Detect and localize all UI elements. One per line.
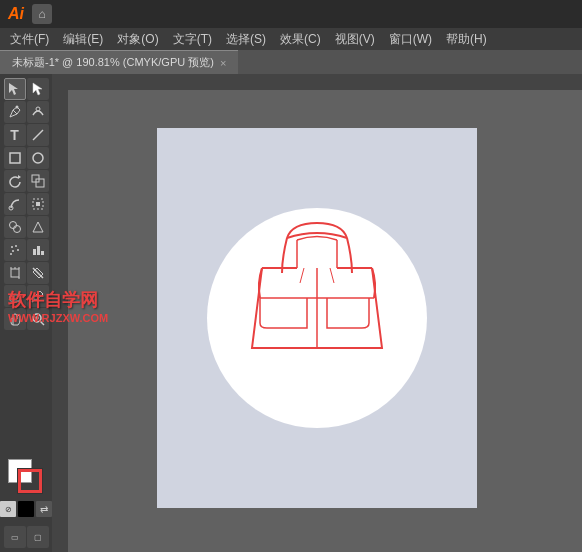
line-tool[interactable] (27, 124, 49, 146)
stroke-swatch[interactable] (18, 469, 42, 493)
svg-point-19 (10, 253, 12, 255)
none-swatch[interactable]: ⊘ (0, 501, 16, 517)
normal-view[interactable]: ▭ (4, 526, 26, 548)
ruler-vertical (52, 74, 68, 552)
swatch-stack (8, 459, 44, 495)
svg-point-17 (12, 250, 14, 252)
svg-rect-20 (33, 249, 36, 255)
vest-illustration (232, 218, 402, 418)
menu-window[interactable]: 窗口(W) (383, 29, 438, 50)
slice-tool[interactable] (27, 262, 49, 284)
active-tab[interactable]: 未标题-1* @ 190.81% (CMYK/GPU 预览) × (0, 50, 238, 74)
menu-help[interactable]: 帮助(H) (440, 29, 493, 50)
svg-line-44 (330, 268, 334, 283)
shape-builder-tool[interactable] (4, 216, 26, 238)
color-swatches: ⊘ ⇄ (0, 455, 52, 521)
svg-line-4 (33, 130, 43, 140)
view-tools-row: ▭ ▢ (0, 526, 52, 548)
document-canvas[interactable] (157, 128, 477, 508)
ai-logo: Ai (8, 5, 24, 23)
full-view[interactable]: ▢ (27, 526, 49, 548)
main-layout: T (0, 74, 582, 552)
tool-row-5 (0, 170, 52, 192)
svg-point-13 (9, 222, 16, 229)
menu-view[interactable]: 视图(V) (329, 29, 381, 50)
menu-object[interactable]: 对象(O) (111, 29, 164, 50)
symbol-spray-tool[interactable] (4, 239, 26, 261)
svg-line-33 (40, 321, 44, 325)
svg-rect-12 (36, 202, 40, 206)
hand-tool[interactable] (4, 308, 26, 330)
tool-row-9 (0, 262, 52, 284)
svg-point-15 (11, 246, 13, 248)
zoom-tool[interactable] (27, 308, 49, 330)
ellipse-tool[interactable] (27, 147, 49, 169)
svg-rect-29 (10, 295, 20, 301)
tab-close-button[interactable]: × (220, 57, 226, 69)
canvas-area[interactable] (52, 74, 582, 552)
ruler-horizontal (52, 74, 582, 90)
tool-row-10 (0, 285, 52, 307)
menu-effect[interactable]: 效果(C) (274, 29, 327, 50)
svg-line-31 (32, 300, 34, 302)
live-paint-tool[interactable] (27, 216, 49, 238)
eyedropper-tool[interactable] (27, 285, 49, 307)
scale-tool[interactable] (27, 170, 49, 192)
curvature-tool[interactable] (27, 101, 49, 123)
tool-row-8 (0, 239, 52, 261)
pen-tool[interactable] (4, 101, 26, 123)
menu-file[interactable]: 文件(F) (4, 29, 55, 50)
warp-tool[interactable] (4, 193, 26, 215)
menu-select[interactable]: 选择(S) (220, 29, 272, 50)
menu-type[interactable]: 文字(T) (167, 29, 218, 50)
free-transform-tool[interactable] (27, 193, 49, 215)
title-bar: Ai ⌂ (0, 0, 582, 28)
toolbar: T (0, 74, 52, 552)
tab-bar: 未标题-1* @ 190.81% (CMYK/GPU 预览) × (0, 50, 582, 74)
tool-row-11 (0, 308, 52, 330)
home-button[interactable]: ⌂ (32, 4, 52, 24)
selection-tool[interactable] (4, 78, 26, 100)
svg-marker-0 (9, 83, 18, 95)
svg-rect-22 (41, 251, 44, 255)
menu-bar: 文件(F) 编辑(E) 对象(O) 文字(T) 选择(S) 效果(C) 视图(V… (0, 28, 582, 50)
svg-marker-7 (18, 175, 21, 179)
svg-point-14 (13, 226, 20, 233)
chart-tool[interactable] (27, 239, 49, 261)
svg-rect-23 (11, 269, 19, 277)
rect-tool[interactable] (4, 147, 26, 169)
tool-row-6 (0, 193, 52, 215)
tab-title: 未标题-1* @ 190.81% (CMYK/GPU 预览) (12, 55, 214, 70)
svg-rect-21 (37, 246, 40, 255)
svg-point-6 (33, 153, 43, 163)
black-swatch[interactable] (18, 501, 34, 517)
svg-rect-9 (36, 179, 44, 187)
svg-line-43 (300, 268, 304, 283)
svg-point-16 (15, 245, 17, 247)
swap-colors[interactable]: ⇄ (36, 501, 52, 517)
menu-edit[interactable]: 编辑(E) (57, 29, 109, 50)
svg-point-2 (15, 106, 18, 109)
artboard-tool[interactable] (4, 262, 26, 284)
tool-row-4 (0, 147, 52, 169)
tool-row-1 (0, 78, 52, 100)
tool-row-2 (0, 101, 52, 123)
rotate-tool[interactable] (4, 170, 26, 192)
svg-point-18 (17, 249, 19, 251)
type-tool[interactable]: T (4, 124, 26, 146)
svg-rect-5 (10, 153, 20, 163)
tool-row-3: T (0, 124, 52, 146)
svg-marker-1 (33, 83, 42, 95)
tool-row-7 (0, 216, 52, 238)
swatch-tools: ⊘ ⇄ (0, 501, 52, 517)
home-icon: ⌂ (38, 7, 45, 21)
eraser-tool[interactable] (4, 285, 26, 307)
direct-select-tool[interactable] (27, 78, 49, 100)
